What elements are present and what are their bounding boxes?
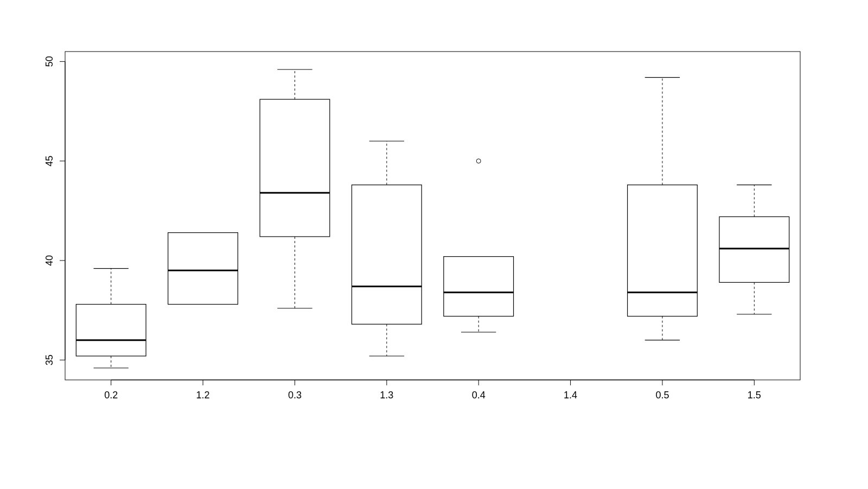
outlier-point: [476, 159, 481, 163]
box: [628, 185, 698, 316]
y-tick-label: 35: [44, 354, 55, 365]
boxplot-chart: 354045500.21.20.31.30.41.40.51.5: [0, 0, 868, 489]
box: [168, 233, 238, 304]
y-tick-label: 40: [44, 255, 55, 266]
box: [76, 304, 146, 356]
box: [352, 185, 422, 325]
box: [444, 257, 514, 316]
y-tick-label: 50: [44, 56, 55, 67]
x-tick-label: 1.4: [564, 390, 577, 401]
x-tick-label: 0.3: [288, 390, 302, 401]
box: [719, 217, 789, 282]
x-tick-label: 1.2: [196, 390, 210, 401]
box: [260, 99, 330, 237]
x-tick-label: 1.5: [748, 390, 761, 401]
x-tick-label: 0.5: [655, 390, 669, 401]
y-tick-label: 45: [44, 156, 55, 167]
x-tick-label: 1.3: [380, 390, 393, 401]
x-tick-label: 0.2: [104, 390, 118, 401]
x-tick-label: 0.4: [472, 390, 486, 401]
